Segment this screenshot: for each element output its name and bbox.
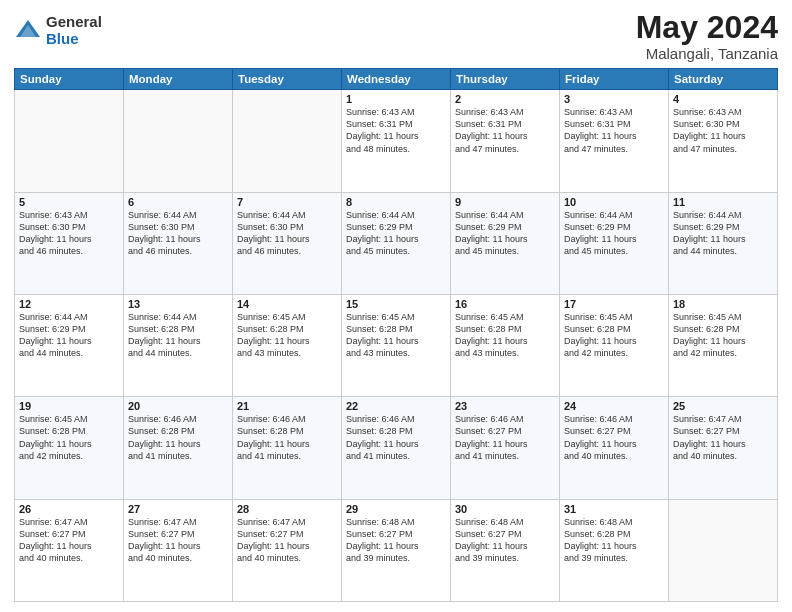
logo-blue-text: Blue <box>46 31 102 48</box>
calendar-cell: 2Sunrise: 6:43 AM Sunset: 6:31 PM Daylig… <box>451 90 560 192</box>
calendar-cell: 16Sunrise: 6:45 AM Sunset: 6:28 PM Dayli… <box>451 294 560 396</box>
calendar-cell: 31Sunrise: 6:48 AM Sunset: 6:28 PM Dayli… <box>560 499 669 601</box>
day-info: Sunrise: 6:45 AM Sunset: 6:28 PM Dayligh… <box>673 311 773 360</box>
day-number: 18 <box>673 298 773 310</box>
day-info: Sunrise: 6:47 AM Sunset: 6:27 PM Dayligh… <box>128 516 228 565</box>
logo-icon <box>14 17 42 45</box>
day-number: 3 <box>564 93 664 105</box>
day-number: 19 <box>19 400 119 412</box>
day-info: Sunrise: 6:46 AM Sunset: 6:28 PM Dayligh… <box>128 413 228 462</box>
calendar-week-row: 5Sunrise: 6:43 AM Sunset: 6:30 PM Daylig… <box>15 192 778 294</box>
calendar-cell: 22Sunrise: 6:46 AM Sunset: 6:28 PM Dayli… <box>342 397 451 499</box>
day-number: 13 <box>128 298 228 310</box>
calendar-cell: 24Sunrise: 6:46 AM Sunset: 6:27 PM Dayli… <box>560 397 669 499</box>
day-number: 17 <box>564 298 664 310</box>
day-number: 22 <box>346 400 446 412</box>
day-number: 30 <box>455 503 555 515</box>
calendar-cell: 26Sunrise: 6:47 AM Sunset: 6:27 PM Dayli… <box>15 499 124 601</box>
calendar-cell: 12Sunrise: 6:44 AM Sunset: 6:29 PM Dayli… <box>15 294 124 396</box>
calendar-cell: 8Sunrise: 6:44 AM Sunset: 6:29 PM Daylig… <box>342 192 451 294</box>
day-info: Sunrise: 6:48 AM Sunset: 6:27 PM Dayligh… <box>455 516 555 565</box>
calendar-cell: 9Sunrise: 6:44 AM Sunset: 6:29 PM Daylig… <box>451 192 560 294</box>
col-tuesday: Tuesday <box>233 69 342 90</box>
calendar-week-row: 1Sunrise: 6:43 AM Sunset: 6:31 PM Daylig… <box>15 90 778 192</box>
day-info: Sunrise: 6:45 AM Sunset: 6:28 PM Dayligh… <box>346 311 446 360</box>
day-info: Sunrise: 6:43 AM Sunset: 6:31 PM Dayligh… <box>346 106 446 155</box>
logo-general-text: General <box>46 14 102 31</box>
calendar-week-row: 26Sunrise: 6:47 AM Sunset: 6:27 PM Dayli… <box>15 499 778 601</box>
col-friday: Friday <box>560 69 669 90</box>
calendar-cell: 21Sunrise: 6:46 AM Sunset: 6:28 PM Dayli… <box>233 397 342 499</box>
day-info: Sunrise: 6:43 AM Sunset: 6:31 PM Dayligh… <box>564 106 664 155</box>
calendar-cell <box>669 499 778 601</box>
day-info: Sunrise: 6:47 AM Sunset: 6:27 PM Dayligh… <box>237 516 337 565</box>
day-info: Sunrise: 6:44 AM Sunset: 6:30 PM Dayligh… <box>128 209 228 258</box>
day-number: 31 <box>564 503 664 515</box>
calendar-cell: 14Sunrise: 6:45 AM Sunset: 6:28 PM Dayli… <box>233 294 342 396</box>
calendar-header-row: Sunday Monday Tuesday Wednesday Thursday… <box>15 69 778 90</box>
calendar-cell: 19Sunrise: 6:45 AM Sunset: 6:28 PM Dayli… <box>15 397 124 499</box>
calendar-cell: 29Sunrise: 6:48 AM Sunset: 6:27 PM Dayli… <box>342 499 451 601</box>
day-number: 26 <box>19 503 119 515</box>
day-number: 2 <box>455 93 555 105</box>
logo-text: General Blue <box>46 14 102 47</box>
calendar-cell: 7Sunrise: 6:44 AM Sunset: 6:30 PM Daylig… <box>233 192 342 294</box>
col-saturday: Saturday <box>669 69 778 90</box>
day-number: 7 <box>237 196 337 208</box>
calendar-cell: 25Sunrise: 6:47 AM Sunset: 6:27 PM Dayli… <box>669 397 778 499</box>
day-info: Sunrise: 6:44 AM Sunset: 6:30 PM Dayligh… <box>237 209 337 258</box>
day-info: Sunrise: 6:43 AM Sunset: 6:30 PM Dayligh… <box>19 209 119 258</box>
header: General Blue May 2024 Malangali, Tanzani… <box>14 10 778 62</box>
day-info: Sunrise: 6:44 AM Sunset: 6:29 PM Dayligh… <box>346 209 446 258</box>
day-number: 11 <box>673 196 773 208</box>
day-info: Sunrise: 6:43 AM Sunset: 6:30 PM Dayligh… <box>673 106 773 155</box>
day-number: 1 <box>346 93 446 105</box>
day-number: 29 <box>346 503 446 515</box>
day-info: Sunrise: 6:47 AM Sunset: 6:27 PM Dayligh… <box>19 516 119 565</box>
calendar-cell: 10Sunrise: 6:44 AM Sunset: 6:29 PM Dayli… <box>560 192 669 294</box>
day-info: Sunrise: 6:48 AM Sunset: 6:28 PM Dayligh… <box>564 516 664 565</box>
calendar-cell: 1Sunrise: 6:43 AM Sunset: 6:31 PM Daylig… <box>342 90 451 192</box>
calendar-cell: 11Sunrise: 6:44 AM Sunset: 6:29 PM Dayli… <box>669 192 778 294</box>
col-wednesday: Wednesday <box>342 69 451 90</box>
day-number: 6 <box>128 196 228 208</box>
day-info: Sunrise: 6:46 AM Sunset: 6:27 PM Dayligh… <box>455 413 555 462</box>
calendar-cell: 20Sunrise: 6:46 AM Sunset: 6:28 PM Dayli… <box>124 397 233 499</box>
calendar-cell: 6Sunrise: 6:44 AM Sunset: 6:30 PM Daylig… <box>124 192 233 294</box>
day-info: Sunrise: 6:43 AM Sunset: 6:31 PM Dayligh… <box>455 106 555 155</box>
col-monday: Monday <box>124 69 233 90</box>
logo: General Blue <box>14 14 102 47</box>
day-info: Sunrise: 6:44 AM Sunset: 6:29 PM Dayligh… <box>455 209 555 258</box>
day-info: Sunrise: 6:44 AM Sunset: 6:29 PM Dayligh… <box>564 209 664 258</box>
calendar-cell: 13Sunrise: 6:44 AM Sunset: 6:28 PM Dayli… <box>124 294 233 396</box>
day-info: Sunrise: 6:45 AM Sunset: 6:28 PM Dayligh… <box>564 311 664 360</box>
calendar-table: Sunday Monday Tuesday Wednesday Thursday… <box>14 68 778 602</box>
calendar-cell: 17Sunrise: 6:45 AM Sunset: 6:28 PM Dayli… <box>560 294 669 396</box>
day-number: 27 <box>128 503 228 515</box>
calendar-cell: 28Sunrise: 6:47 AM Sunset: 6:27 PM Dayli… <box>233 499 342 601</box>
location-subtitle: Malangali, Tanzania <box>636 45 778 62</box>
calendar-cell <box>15 90 124 192</box>
calendar-cell <box>233 90 342 192</box>
day-info: Sunrise: 6:45 AM Sunset: 6:28 PM Dayligh… <box>237 311 337 360</box>
day-number: 23 <box>455 400 555 412</box>
day-number: 16 <box>455 298 555 310</box>
day-number: 10 <box>564 196 664 208</box>
day-info: Sunrise: 6:46 AM Sunset: 6:27 PM Dayligh… <box>564 413 664 462</box>
calendar-cell: 5Sunrise: 6:43 AM Sunset: 6:30 PM Daylig… <box>15 192 124 294</box>
calendar-cell: 27Sunrise: 6:47 AM Sunset: 6:27 PM Dayli… <box>124 499 233 601</box>
col-thursday: Thursday <box>451 69 560 90</box>
day-number: 25 <box>673 400 773 412</box>
month-title: May 2024 <box>636 10 778 45</box>
day-number: 12 <box>19 298 119 310</box>
calendar-cell: 18Sunrise: 6:45 AM Sunset: 6:28 PM Dayli… <box>669 294 778 396</box>
calendar-cell <box>124 90 233 192</box>
day-number: 14 <box>237 298 337 310</box>
calendar-week-row: 19Sunrise: 6:45 AM Sunset: 6:28 PM Dayli… <box>15 397 778 499</box>
title-block: May 2024 Malangali, Tanzania <box>636 10 778 62</box>
calendar-cell: 23Sunrise: 6:46 AM Sunset: 6:27 PM Dayli… <box>451 397 560 499</box>
day-number: 20 <box>128 400 228 412</box>
col-sunday: Sunday <box>15 69 124 90</box>
day-number: 4 <box>673 93 773 105</box>
day-number: 9 <box>455 196 555 208</box>
